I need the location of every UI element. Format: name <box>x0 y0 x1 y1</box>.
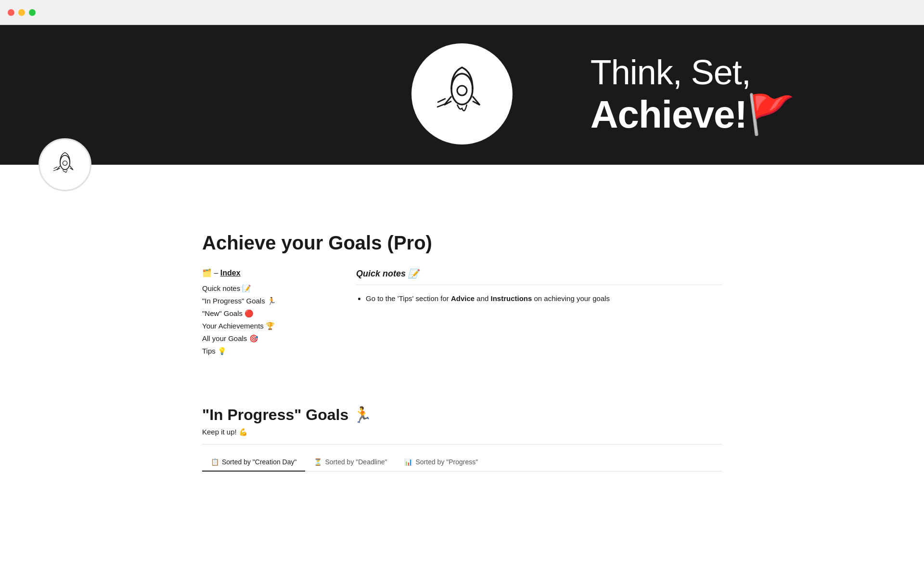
index-and-notes: 🗂️ – Index Quick notes 📝 "In Progress" G… <box>202 268 722 377</box>
index-header: 🗂️ – Index <box>202 268 337 277</box>
hero-banner: Think, Set, Achieve!🚩 <box>0 25 924 165</box>
avatar-wrapper <box>0 165 924 203</box>
list-item[interactable]: All your Goals 🎯 <box>202 332 337 345</box>
instructions-bold: Instructions <box>491 294 532 302</box>
list-item[interactable]: Quick notes 📝 <box>202 282 337 295</box>
tab-creation-day[interactable]: 📋 Sorted by "Creation Day" <box>202 454 305 472</box>
creation-day-icon: 📋 <box>211 458 219 466</box>
quick-notes-panel: Quick notes 📝 Go to the 'Tips' section f… <box>356 268 722 304</box>
in-progress-header: "In Progress" Goals 🏃 <box>202 406 722 424</box>
index-folder-emoji: 🗂️ – <box>202 269 220 277</box>
tab-progress[interactable]: 📊 Sorted by "Progress" <box>396 454 487 472</box>
maximize-button[interactable] <box>29 9 36 16</box>
index-section: 🗂️ – Index Quick notes 📝 "In Progress" G… <box>202 268 337 357</box>
tab-creation-day-label: Sorted by "Creation Day" <box>222 458 296 466</box>
svg-line-2 <box>438 99 445 102</box>
advice-bold: Advice <box>451 294 475 302</box>
minimize-button[interactable] <box>18 9 25 16</box>
in-progress-divider <box>202 444 722 445</box>
title-bar <box>0 0 924 25</box>
list-item[interactable]: Your Achievements 🏆 <box>202 320 337 332</box>
hero-line1: Think, Set, <box>590 53 795 92</box>
in-progress-subtitle: Keep it up! 💪 <box>202 428 722 436</box>
tab-progress-label: Sorted by "Progress" <box>415 458 478 466</box>
svg-line-6 <box>54 167 57 169</box>
progress-icon: 📊 <box>404 458 412 466</box>
tab-deadline[interactable]: ⏳ Sorted by "Deadline" <box>305 454 396 472</box>
main-content: Achieve your Goals (Pro) 🗂️ – Index Quic… <box>154 232 770 500</box>
quick-notes-title: Quick notes 📝 <box>356 268 722 279</box>
deadline-icon: ⏳ <box>314 458 322 466</box>
quick-notes-list: Go to the 'Tips' section for Advice and … <box>356 293 722 304</box>
list-item[interactable]: "New" Goals 🔴 <box>202 307 337 320</box>
page-avatar <box>38 138 91 191</box>
hero-title: Think, Set, Achieve!🚩 <box>590 53 795 137</box>
close-button[interactable] <box>8 9 14 16</box>
quick-notes-item: Go to the 'Tips' section for Advice and … <box>366 293 722 304</box>
tab-deadline-label: Sorted by "Deadline" <box>325 458 387 466</box>
svg-point-1 <box>457 86 467 95</box>
index-links: Quick notes 📝 "In Progress" Goals 🏃 "New… <box>202 282 337 357</box>
quick-notes-divider <box>356 285 722 285</box>
hero-rocket-icon <box>411 43 513 144</box>
svg-point-0 <box>451 74 473 105</box>
list-item[interactable]: Tips 💡 <box>202 345 337 357</box>
index-link[interactable]: Index <box>220 269 241 277</box>
page-title: Achieve your Goals (Pro) <box>202 232 722 254</box>
hero-line2: Achieve!🚩 <box>590 92 795 137</box>
list-item[interactable]: "In Progress" Goals 🏃 <box>202 295 337 307</box>
sort-tabs: 📋 Sorted by "Creation Day" ⏳ Sorted by "… <box>202 454 722 472</box>
svg-point-5 <box>63 161 67 165</box>
